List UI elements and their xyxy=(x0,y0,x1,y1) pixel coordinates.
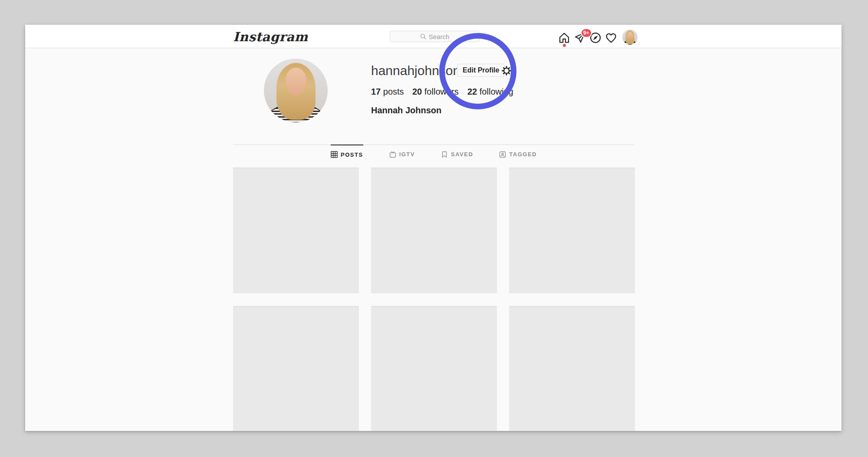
post-tile[interactable] xyxy=(371,306,497,431)
posts-count-value: 17 xyxy=(371,87,381,96)
search-input[interactable]: Search xyxy=(390,31,480,42)
tab-igtv[interactable]: IGTV xyxy=(389,145,415,164)
tagged-icon xyxy=(499,151,506,158)
top-navbar: Instagram Search xyxy=(25,25,842,48)
profile-username: hannahjohnson xyxy=(371,63,460,79)
instagram-profile-window: Instagram Search xyxy=(25,25,842,431)
igtv-icon xyxy=(389,151,396,158)
activity-heart-icon[interactable] xyxy=(605,31,618,44)
gear-icon[interactable] xyxy=(500,65,513,77)
following-count-label: following xyxy=(480,87,513,96)
avatar-face xyxy=(286,68,307,95)
edit-profile-button[interactable]: Edit Profile xyxy=(457,64,505,77)
tab-saved[interactable]: SAVED xyxy=(441,145,473,164)
posts-grid xyxy=(233,168,635,431)
tab-igtv-label: IGTV xyxy=(399,151,415,158)
post-tile[interactable] xyxy=(509,168,635,293)
followers-count[interactable]: 20 followers xyxy=(412,87,459,97)
followers-count-label: followers xyxy=(424,87,459,96)
home-icon[interactable] xyxy=(558,31,571,44)
profile-photo[interactable] xyxy=(264,59,328,122)
desktop-background: Instagram Search xyxy=(0,0,868,457)
tab-posts-label: POSTS xyxy=(341,151,363,158)
messenger-notification-badge[interactable]: 9+ xyxy=(581,28,592,38)
search-placeholder: Search xyxy=(429,33,450,40)
profile-full-name: Hannah Johnson xyxy=(371,105,441,115)
post-tile[interactable] xyxy=(371,168,497,293)
search-icon xyxy=(420,33,426,39)
posts-count: 17 posts xyxy=(371,87,404,97)
profile-tabs: POSTS IGTV SAVED xyxy=(233,145,635,164)
followers-count-value: 20 xyxy=(412,87,422,96)
grid-icon xyxy=(331,151,338,158)
post-tile[interactable] xyxy=(233,306,359,431)
post-tile[interactable] xyxy=(509,306,635,431)
tab-tagged[interactable]: TAGGED xyxy=(499,145,537,164)
following-count[interactable]: 22 following xyxy=(467,87,513,97)
nav-profile-avatar[interactable] xyxy=(622,30,638,45)
following-count-value: 22 xyxy=(467,87,477,96)
navbar-icons: 9+ xyxy=(555,25,570,48)
posts-count-label: posts xyxy=(383,87,404,96)
tab-posts[interactable]: POSTS xyxy=(331,145,363,164)
tab-saved-label: SAVED xyxy=(451,151,473,158)
instagram-logo[interactable]: Instagram xyxy=(233,28,308,46)
bookmark-icon xyxy=(441,151,448,158)
tab-tagged-label: TAGGED xyxy=(509,151,537,158)
post-tile[interactable] xyxy=(233,168,359,293)
home-active-dot xyxy=(563,44,566,47)
